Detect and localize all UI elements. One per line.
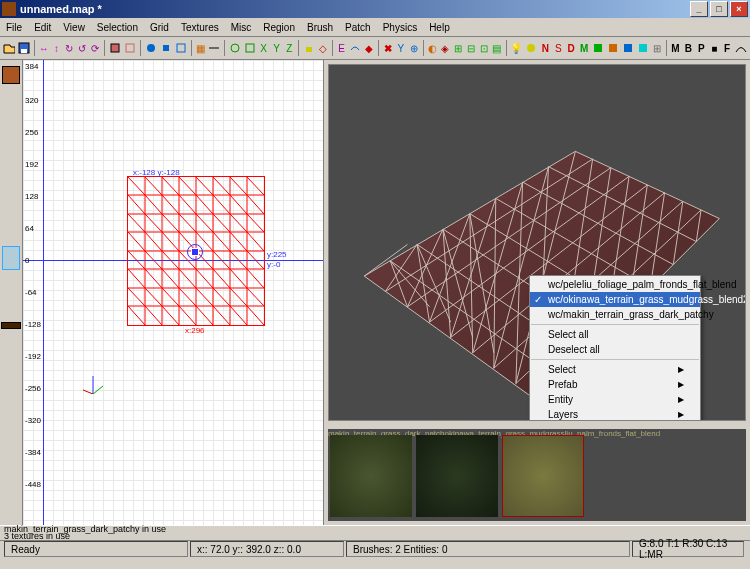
save-icon[interactable] [17, 39, 31, 57]
svg-line-49 [196, 214, 213, 232]
svg-line-40 [179, 195, 196, 214]
menu-edit[interactable]: Edit [28, 20, 57, 35]
svg-line-91 [230, 306, 247, 325]
flip-y-icon[interactable]: ↕ [51, 39, 63, 57]
clipper-icon[interactable] [207, 39, 221, 57]
free-scale-icon[interactable] [243, 39, 257, 57]
ctx-deselect-all[interactable]: Deselect all [530, 342, 700, 357]
filter-m-icon[interactable]: M [670, 39, 682, 57]
patch-weld-icon[interactable]: ⊟ [465, 39, 477, 57]
svg-line-82 [213, 288, 230, 306]
menu-physics[interactable]: Physics [377, 20, 423, 35]
show-models-icon[interactable]: ◆ [363, 39, 375, 57]
svg-line-85 [128, 306, 145, 325]
show-names-icon[interactable]: N [539, 39, 551, 57]
move-lock-icon[interactable] [302, 39, 316, 57]
close-button[interactable]: × [730, 1, 748, 17]
ctx-texture-2[interactable]: ✓wc/okinawa_terrain_grass_mudgrass_blend… [530, 292, 700, 307]
ctx-select-all[interactable]: Select all [530, 327, 700, 342]
menu-selection[interactable]: Selection [91, 20, 144, 35]
select-inside-icon[interactable] [123, 39, 137, 57]
menu-grid[interactable]: Grid [144, 20, 175, 35]
layer-cyan-icon[interactable] [636, 39, 650, 57]
svg-line-33 [196, 177, 213, 195]
scale-z-icon[interactable]: Z [283, 39, 295, 57]
flip-x-icon[interactable]: ↔ [38, 39, 50, 57]
grid-2d-view[interactable]: 384 320 256 192 128 64 0 -64 -128 -192 -… [23, 60, 324, 525]
ctx-texture-1[interactable]: wc/peleliu_foliage_palm_fronds_flat_blen… [530, 277, 700, 292]
csg-merge-icon[interactable] [159, 39, 173, 57]
texture-swatch[interactable] [2, 66, 20, 84]
texture-view-icon[interactable]: ▦ [194, 39, 206, 57]
filter-filled-icon[interactable]: ■ [708, 39, 720, 57]
patch-center-ring[interactable] [187, 244, 203, 260]
texture-thumb-2[interactable] [416, 435, 498, 517]
show-detail-icon[interactable]: D [565, 39, 577, 57]
ctx-entity[interactable]: Entity▶ [530, 392, 700, 407]
filter-b-icon[interactable]: B [682, 39, 694, 57]
cubic-clip-icon[interactable]: ◇ [317, 39, 329, 57]
patch-drill-icon[interactable]: ⊡ [478, 39, 490, 57]
filter-f-icon[interactable]: F [721, 39, 733, 57]
svg-line-61 [128, 251, 145, 269]
show-light-icon[interactable]: 💡 [509, 39, 523, 57]
menu-brush[interactable]: Brush [301, 20, 339, 35]
texture-swatch-selected[interactable] [1, 322, 21, 329]
hollow-icon[interactable] [174, 39, 188, 57]
menu-help[interactable]: Help [423, 20, 456, 35]
app-icon [2, 2, 16, 16]
show-sound-icon[interactable] [524, 39, 538, 57]
lock-y-icon[interactable]: Y [395, 39, 407, 57]
ctx-layers[interactable]: Layers▶ [530, 407, 700, 421]
menu-file[interactable]: File [0, 20, 28, 35]
select-touching-icon[interactable] [108, 39, 122, 57]
svg-line-54 [145, 232, 162, 251]
menu-misc[interactable]: Misc [225, 20, 258, 35]
dont-select-curves-icon[interactable]: ◐ [426, 39, 438, 57]
lock-z-icon[interactable]: ⊕ [408, 39, 420, 57]
ctx-prefab[interactable]: Prefab▶ [530, 377, 700, 392]
menu-textures[interactable]: Textures [175, 20, 225, 35]
ctx-select[interactable]: Select▶ [530, 362, 700, 377]
status-coords: x:: 72.0 y:: 392.0 z:: 0.0 [190, 541, 344, 557]
lock-x-icon[interactable]: ✖ [382, 39, 394, 57]
csg-subtract-icon[interactable] [144, 39, 158, 57]
show-angles-icon[interactable]: S [552, 39, 564, 57]
patch-insert-icon[interactable]: ▤ [491, 39, 503, 57]
svg-line-71 [162, 269, 179, 288]
layer-grid-icon[interactable]: ⊞ [651, 39, 663, 57]
svg-line-45 [128, 214, 145, 232]
menu-region[interactable]: Region [257, 20, 301, 35]
ctx-texture-3[interactable]: wc/makin_terrain_grass_dark_patchy [530, 307, 700, 322]
svg-line-31 [162, 177, 179, 195]
show-mapinfo-icon[interactable]: M [578, 39, 590, 57]
layer-green-icon[interactable] [591, 39, 605, 57]
show-patches-icon[interactable] [348, 39, 362, 57]
view-3d[interactable]: wc/peleliu_foliage_palm_fronds_flat_blen… [328, 64, 746, 421]
svg-line-63 [162, 251, 179, 269]
menu-patch[interactable]: Patch [339, 20, 377, 35]
layer-orange-icon[interactable] [606, 39, 620, 57]
menu-view[interactable]: View [57, 20, 91, 35]
svg-line-73 [196, 269, 213, 288]
scale-x-icon[interactable]: X [258, 39, 270, 57]
filter-p-icon[interactable]: P [695, 39, 707, 57]
layer-blue-icon[interactable] [621, 39, 635, 57]
svg-rect-14 [639, 44, 647, 52]
patch-bend-icon[interactable]: ⊞ [452, 39, 464, 57]
maximize-button[interactable]: □ [710, 1, 728, 17]
spline-icon[interactable] [734, 39, 748, 57]
free-rotation-icon[interactable] [228, 39, 242, 57]
svg-line-80 [179, 288, 196, 306]
open-icon[interactable] [2, 39, 16, 57]
texture-browser[interactable]: makin_terrain_grass_dark_patchokinawa_te… [328, 429, 746, 521]
dont-select-models-icon[interactable]: ◈ [439, 39, 451, 57]
rotate-x-icon[interactable]: ↻ [64, 39, 76, 57]
texture-thumb-3[interactable] [502, 435, 584, 517]
scale-y-icon[interactable]: Y [271, 39, 283, 57]
texture-thumb-1[interactable] [330, 435, 412, 517]
show-entities-icon[interactable]: E [336, 39, 348, 57]
minimize-button[interactable]: _ [690, 1, 708, 17]
rotate-z-icon[interactable]: ⟳ [89, 39, 101, 57]
rotate-y-icon[interactable]: ↺ [76, 39, 88, 57]
